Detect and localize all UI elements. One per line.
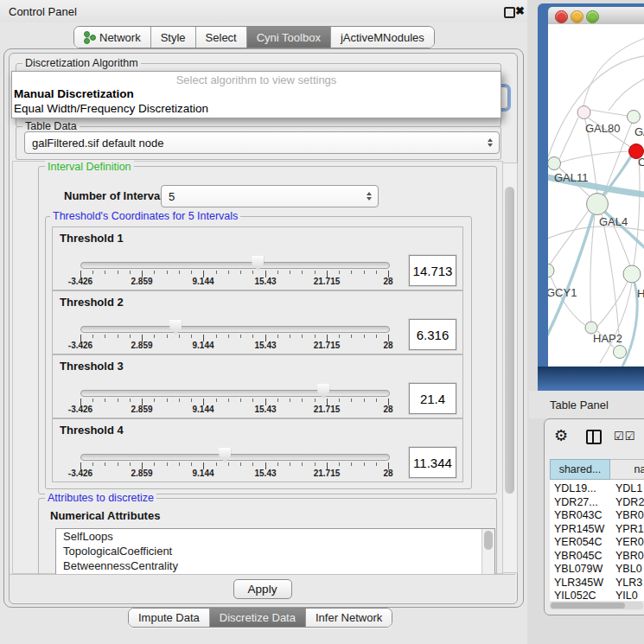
tick-label: 21.715 — [314, 469, 341, 478]
threshold-value-field[interactable]: 11.344 — [409, 447, 456, 478]
table-data-combo[interactable]: galFiltered.sif default node — [24, 131, 500, 154]
threshold-value-field[interactable]: 14.713 — [409, 255, 456, 286]
threshold-label: Threshold 4 — [60, 424, 124, 437]
number-of-intervals-combo[interactable]: 5 — [161, 185, 379, 207]
threshold-label: Threshold 1 — [60, 232, 124, 245]
node-attribute-table: shared... na YDL19...YDL1 YDR27...YDR2 Y… — [550, 459, 644, 601]
tab-jactivemnodules[interactable]: jActiveMNodules — [331, 27, 434, 48]
table-row[interactable]: YDR27...YDR2 — [550, 495, 644, 509]
bottom-tabs: Impute Data Discretize Data Infer Networ… — [128, 608, 392, 628]
node[interactable] — [548, 157, 561, 170]
threshold-slider-track[interactable] — [80, 454, 390, 461]
close-icon[interactable]: ✖ — [515, 4, 525, 17]
table-row[interactable]: YBR045CYBR0 — [550, 549, 644, 563]
network-icon — [84, 31, 95, 43]
popup-option-manual-discretization[interactable]: Manual Discretization — [14, 87, 134, 100]
tab-network[interactable]: Network — [74, 27, 151, 48]
node-gal4[interactable] — [587, 194, 609, 215]
network-window-titlebar[interactable] — [548, 7, 644, 25]
node-label: GAL80 — [585, 122, 620, 135]
tick-label: 15.43 — [254, 277, 276, 286]
tick-label: 21.715 — [314, 405, 341, 414]
zoom-traffic-light-icon[interactable] — [586, 10, 599, 23]
tab-impute-data[interactable]: Impute Data — [129, 609, 210, 627]
scrollbar-thumb[interactable] — [551, 603, 625, 609]
columns-icon[interactable] — [586, 430, 602, 444]
tick-label: 2.859 — [131, 405, 152, 414]
threshold-row: Threshold 1 -3.426 2.859 9.144 15.43 21.… — [52, 226, 463, 290]
tick-label: -3.426 — [68, 405, 92, 414]
apply-bar: Apply — [10, 574, 515, 603]
table-panel-title: Table Panel — [550, 399, 609, 411]
table-row[interactable]: YPR145WYPR1 — [550, 522, 644, 536]
threshold-slider-track[interactable] — [80, 326, 390, 333]
table-row[interactable]: YDL19...YDL1 — [550, 481, 644, 495]
node[interactable] — [614, 346, 627, 359]
tab-label: Network — [99, 31, 141, 44]
table-row[interactable]: YBL079WYBL0 — [550, 562, 644, 576]
tick-label: 9.144 — [192, 405, 214, 414]
threshold-slider-track[interactable] — [80, 262, 390, 269]
close-traffic-light-icon[interactable] — [555, 10, 568, 23]
popup-option-equal-width-frequency[interactable]: Equal Width/Frequency Discretization — [14, 102, 208, 115]
column-header-shared[interactable]: shared... — [550, 459, 610, 480]
threshold-value-field[interactable]: 21.4 — [409, 383, 456, 414]
table-row[interactable]: YER054CYER0 — [550, 535, 644, 549]
slider-ticks — [80, 462, 390, 469]
main-scrollbar[interactable] — [502, 163, 518, 573]
tab-style[interactable]: Style — [151, 27, 196, 48]
table-row[interactable]: YLR345WYLR3 — [550, 576, 644, 590]
minimize-traffic-light-icon[interactable] — [571, 10, 583, 23]
screen: Control Panel ✖ Network Style Select Cyn… — [0, 0, 644, 644]
popup-placeholder-option[interactable]: Select algorithm to view settings — [12, 73, 501, 86]
table-row[interactable]: YIL052CYIL0 — [550, 589, 644, 601]
window-frame-bottom — [538, 367, 644, 391]
tick-label: 15.43 — [254, 405, 276, 414]
node[interactable] — [623, 265, 641, 283]
panel-title: Control Panel — [9, 5, 77, 18]
tab-infer-network[interactable]: Infer Network — [306, 609, 392, 627]
table-horizontal-scrollbar[interactable] — [550, 602, 643, 609]
threshold-row: Threshold 2 -3.426 2.859 9.144 15.43 21.… — [52, 290, 463, 354]
list-item[interactable]: BetweennessCentrality — [56, 558, 494, 573]
node-gcy1[interactable] — [548, 264, 554, 277]
number-of-intervals-label: Number of Intervals — [64, 189, 169, 202]
tick-label: 28 — [383, 277, 392, 286]
scrollbar-thumb[interactable] — [505, 187, 514, 494]
node-label: H — [637, 287, 644, 300]
node[interactable] — [628, 111, 641, 124]
interval-definition-title: Interval Definition — [45, 161, 134, 173]
node[interactable] — [577, 106, 590, 119]
threshold-slider-track[interactable] — [80, 390, 390, 397]
tick-label: 15.43 — [254, 341, 276, 350]
select-checkboxes-icon[interactable]: ☑☑ — [614, 430, 635, 443]
tick-label: 15.43 — [254, 469, 276, 478]
gear-icon[interactable]: ⚙ — [554, 426, 568, 445]
tab-discretize-data[interactable]: Discretize Data — [210, 609, 306, 627]
tab-label: jActiveMNodules — [341, 31, 424, 44]
list-item[interactable]: TopologicalCoefficient — [56, 544, 494, 558]
threshold-value-field[interactable]: 6.316 — [409, 319, 456, 350]
list-scrollbar[interactable] — [481, 529, 494, 574]
attributes-list: SelfLoops TopologicalCoefficient Between… — [55, 528, 495, 575]
apply-button[interactable]: Apply — [233, 579, 292, 599]
tab-label: Impute Data — [138, 611, 200, 624]
tab-label: Style — [161, 31, 186, 44]
numerical-attributes-label: Numerical Attributes — [50, 509, 160, 522]
list-item[interactable]: SelfLoops — [56, 529, 494, 544]
float-window-icon[interactable] — [504, 7, 515, 18]
column-header-name[interactable]: na — [610, 459, 644, 480]
table-data-title: Table Data — [22, 120, 80, 132]
table-panel-header: Table Panel — [529, 391, 644, 418]
table-data-value: galFiltered.sif default node — [32, 137, 163, 150]
tick-label: 21.715 — [314, 341, 341, 350]
tab-cyni-toolbox[interactable]: Cyni Toolbox — [247, 27, 331, 48]
tick-label: -3.426 — [68, 341, 92, 350]
combo-arrows-icon — [367, 192, 372, 201]
threshold-label: Threshold 2 — [60, 296, 124, 309]
tab-select[interactable]: Select — [196, 27, 247, 48]
node-label: C — [638, 156, 644, 169]
table-row[interactable]: YBR043CYBR0 — [550, 508, 644, 522]
network-canvas[interactable]: GAL80 GA GAL11 GAL4 GCY1 H HAP2 C — [548, 24, 644, 367]
network-view-window[interactable]: GAL80 GA GAL11 GAL4 GCY1 H HAP2 C — [538, 3, 644, 391]
